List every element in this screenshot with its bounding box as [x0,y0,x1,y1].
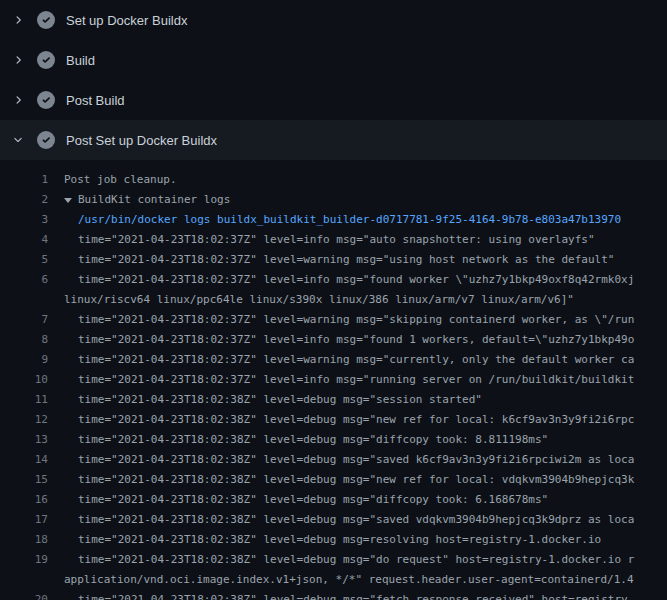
log-line-text: time="2021-04-23T18:02:38Z" level=debug … [78,390,482,410]
log-line-text: time="2021-04-23T18:02:37Z" level=info m… [78,370,634,390]
log-line-text: time="2021-04-23T18:02:38Z" level=debug … [78,590,634,600]
log-line-number[interactable]: 1 [0,170,48,190]
step-title: Post Build [66,93,125,108]
log-line-text: time="2021-04-23T18:02:37Z" level=warnin… [78,310,634,330]
log-line: 15 time="2021-04-23T18:02:38Z" level=deb… [0,470,667,490]
log-line: 4 time="2021-04-23T18:02:37Z" level=info… [0,230,667,250]
check-circle-icon [37,131,55,149]
log-line-text: time="2021-04-23T18:02:37Z" level=info m… [78,330,634,350]
log-line-text: time="2021-04-23T18:02:38Z" level=debug … [78,470,634,490]
log-line-number[interactable]: 18 [0,530,48,550]
chevron-right-icon [10,92,26,108]
log-line-number[interactable]: 13 [0,430,48,450]
step-title: Build [66,53,95,68]
log-line-text: Post job cleanup. [64,170,177,190]
log-line-text: time="2021-04-23T18:02:38Z" level=debug … [78,430,548,450]
log-line-number[interactable]: 12 [0,410,48,430]
log-line: application/vnd.oci.image.index.v1+json,… [0,570,667,590]
log-line-number[interactable]: 9 [0,350,48,370]
log-line-text: time="2021-04-23T18:02:38Z" level=debug … [78,510,634,530]
log-line-number[interactable] [0,570,48,590]
log-line-text: application/vnd.oci.image.index.v1+json,… [64,570,634,590]
step-header-post-build[interactable]: Post Build [0,80,667,120]
log-viewer: 1 Post job cleanup. 2 BuildKit container… [0,160,667,600]
log-line-text: /usr/bin/docker logs buildx_buildkit_bui… [78,210,621,230]
step-header-build[interactable]: Build [0,40,667,80]
step-header-set-up-docker-buildx[interactable]: Set up Docker Buildx [0,0,667,40]
log-line-text: time="2021-04-23T18:02:38Z" level=debug … [78,410,634,430]
log-line: 10 time="2021-04-23T18:02:37Z" level=inf… [0,370,667,390]
log-line: 14 time="2021-04-23T18:02:38Z" level=deb… [0,450,667,470]
check-circle-icon [37,11,55,29]
log-line-text: time="2021-04-23T18:02:37Z" level=info m… [78,230,595,250]
log-line-number[interactable] [0,290,48,310]
log-line: 19 time="2021-04-23T18:02:38Z" level=deb… [0,550,667,570]
log-line-text: time="2021-04-23T18:02:38Z" level=debug … [78,450,634,470]
log-line: 16 time="2021-04-23T18:02:38Z" level=deb… [0,490,667,510]
log-line-text: time="2021-04-23T18:02:38Z" level=debug … [78,490,548,510]
log-line-text: time="2021-04-23T18:02:38Z" level=debug … [78,530,601,550]
step-title: Post Set up Docker Buildx [66,133,217,148]
log-line: 9 time="2021-04-23T18:02:37Z" level=warn… [0,350,667,370]
log-line-number[interactable]: 11 [0,390,48,410]
log-line: 20 time="2021-04-23T18:02:38Z" level=deb… [0,590,667,600]
workflow-log-panel: Set up Docker Buildx Build Post Build [0,0,667,600]
check-circle-icon [37,51,55,69]
log-line-number[interactable]: 19 [0,550,48,570]
log-line: 12 time="2021-04-23T18:02:38Z" level=deb… [0,410,667,430]
log-line: 5 time="2021-04-23T18:02:37Z" level=warn… [0,250,667,270]
log-line-number[interactable]: 20 [0,590,48,600]
log-line-number[interactable]: 2 [0,190,48,210]
log-line: 7 time="2021-04-23T18:02:37Z" level=warn… [0,310,667,330]
log-line: 3 /usr/bin/docker logs buildx_buildkit_b… [0,210,667,230]
log-line: 13 time="2021-04-23T18:02:38Z" level=deb… [0,430,667,450]
log-line-text: BuildKit container logs [78,190,230,210]
log-line-text: linux/riscv64 linux/ppc64le linux/s390x … [64,290,574,310]
log-line-number[interactable]: 5 [0,250,48,270]
log-line-text: time="2021-04-23T18:02:37Z" level=warnin… [78,250,614,270]
step-header-post-set-up-docker-buildx[interactable]: Post Set up Docker Buildx [0,120,667,160]
log-line: 1 Post job cleanup. [0,170,667,190]
chevron-right-icon [10,12,26,28]
log-line: 8 time="2021-04-23T18:02:37Z" level=info… [0,330,667,350]
log-line: linux/riscv64 linux/ppc64le linux/s390x … [0,290,667,310]
log-line-number[interactable]: 7 [0,310,48,330]
log-line-number[interactable]: 14 [0,450,48,470]
log-line: 17 time="2021-04-23T18:02:38Z" level=deb… [0,510,667,530]
log-line: 18 time="2021-04-23T18:02:38Z" level=deb… [0,530,667,550]
log-line-number[interactable]: 8 [0,330,48,350]
chevron-right-icon [10,52,26,68]
log-line-number[interactable]: 16 [0,490,48,510]
log-line: 6 time="2021-04-23T18:02:37Z" level=info… [0,270,667,290]
log-line: 2 BuildKit container logs [0,190,667,210]
log-line-number[interactable]: 6 [0,270,48,290]
chevron-down-icon [10,132,26,148]
log-line-number[interactable]: 4 [0,230,48,250]
log-line-text: time="2021-04-23T18:02:37Z" level=warnin… [78,350,634,370]
log-line: 11 time="2021-04-23T18:02:38Z" level=deb… [0,390,667,410]
log-line-number[interactable]: 3 [0,210,48,230]
triangle-down-icon[interactable] [64,190,78,210]
steps-list: Set up Docker Buildx Build Post Build [0,0,667,160]
log-line-text: time="2021-04-23T18:02:37Z" level=info m… [78,270,634,290]
log-line-number[interactable]: 10 [0,370,48,390]
log-line-number[interactable]: 15 [0,470,48,490]
check-circle-icon [37,91,55,109]
step-title: Set up Docker Buildx [66,13,187,28]
log-line-number[interactable]: 17 [0,510,48,530]
log-line-text: time="2021-04-23T18:02:38Z" level=debug … [78,550,634,570]
